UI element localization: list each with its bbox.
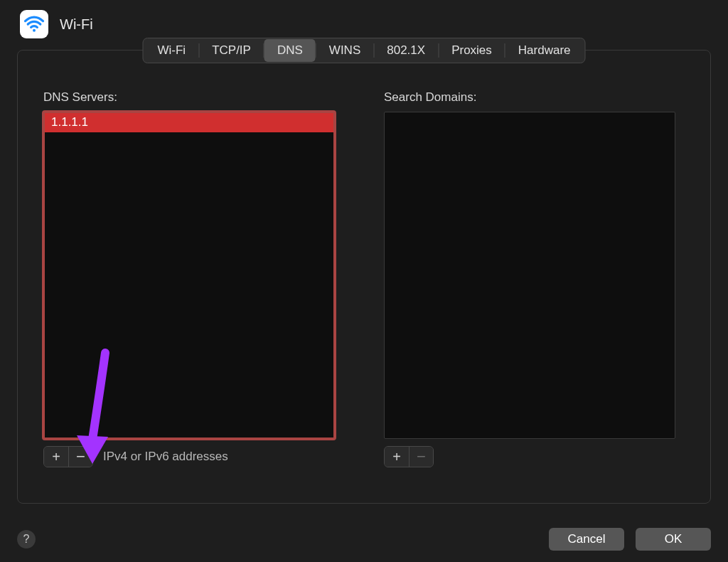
tab-tcpip[interactable]: TCP/IP xyxy=(199,39,264,62)
dns-servers-label: DNS Servers: xyxy=(43,90,344,105)
tab-bar: Wi-Fi TCP/IP DNS WINS 802.1X Proxies Har… xyxy=(142,38,585,63)
search-add-remove-group: + − xyxy=(384,446,434,467)
minus-icon: − xyxy=(76,449,85,465)
dns-servers-list[interactable]: 1.1.1.1 xyxy=(43,112,335,439)
help-button[interactable]: ? xyxy=(17,530,36,548)
dns-server-entry[interactable]: 1.1.1.1 xyxy=(44,112,334,132)
dns-hint-text: IPv4 or IPv6 addresses xyxy=(103,450,228,464)
ok-button[interactable]: OK xyxy=(636,528,711,551)
tab-hardware[interactable]: Hardware xyxy=(505,39,584,62)
footer-buttons: Cancel OK xyxy=(549,528,711,551)
cancel-button[interactable]: Cancel xyxy=(549,528,624,551)
tab-proxies[interactable]: Proxies xyxy=(439,39,505,62)
search-domains-controls: + − xyxy=(384,446,685,467)
plus-icon: + xyxy=(52,450,60,464)
add-search-domain-button[interactable]: + xyxy=(385,447,409,467)
remove-search-domain-button[interactable]: − xyxy=(409,447,433,467)
tab-dns[interactable]: DNS xyxy=(264,39,316,62)
search-domains-column: Search Domains: + − xyxy=(384,90,685,467)
dns-servers-controls: + − IPv4 or IPv6 addresses xyxy=(43,446,344,467)
svg-point-0 xyxy=(33,29,36,32)
dns-add-remove-group: + − xyxy=(43,446,93,467)
tab-8021x[interactable]: 802.1X xyxy=(374,39,438,62)
dns-servers-column: DNS Servers: 1.1.1.1 + − IPv4 or IPv6 ad… xyxy=(43,90,344,467)
plus-icon: + xyxy=(392,450,401,464)
search-domains-list[interactable] xyxy=(384,112,675,439)
search-domains-label: Search Domains: xyxy=(384,90,685,105)
settings-panel: Wi-Fi TCP/IP DNS WINS 802.1X Proxies Har… xyxy=(17,50,711,504)
tab-wifi[interactable]: Wi-Fi xyxy=(144,39,198,62)
wifi-icon xyxy=(20,10,48,38)
tab-wins[interactable]: WINS xyxy=(316,39,373,62)
remove-dns-button[interactable]: − xyxy=(68,447,92,467)
footer: ? Cancel OK xyxy=(17,528,711,551)
window-title: Wi-Fi xyxy=(60,16,93,33)
panel-content: DNS Servers: 1.1.1.1 + − IPv4 or IPv6 ad… xyxy=(18,51,710,482)
add-dns-button[interactable]: + xyxy=(44,447,68,467)
minus-icon: − xyxy=(417,449,426,465)
